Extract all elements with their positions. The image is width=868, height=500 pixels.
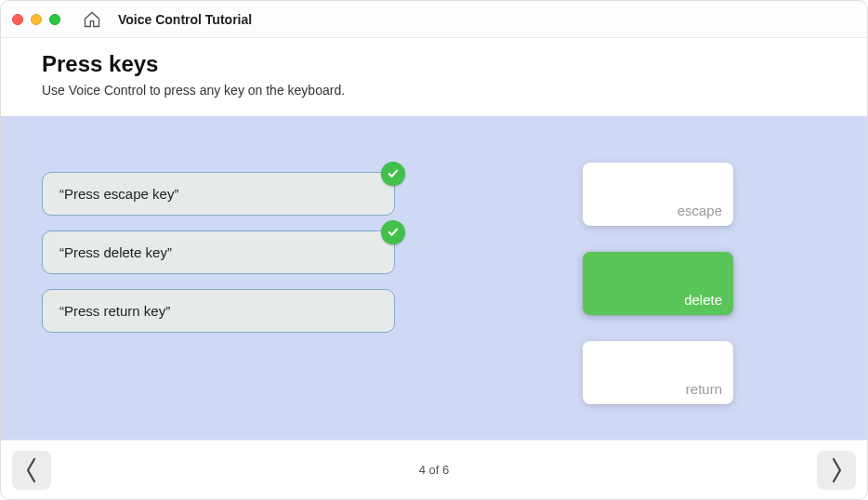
- check-icon: [381, 162, 405, 186]
- page-subtitle: Use Voice Control to press any key on th…: [42, 83, 826, 98]
- close-window-button[interactable]: [12, 14, 23, 25]
- fullscreen-window-button[interactable]: [49, 14, 60, 25]
- page-indicator: 4 of 6: [419, 463, 450, 477]
- keycap-return: return: [583, 341, 733, 404]
- page-title: Press keys: [42, 51, 826, 77]
- content-area: “Press escape key” “Press delete key” “P…: [1, 116, 867, 440]
- footer: 4 of 6: [1, 440, 867, 499]
- next-button[interactable]: [817, 451, 856, 490]
- window-title: Voice Control Tutorial: [118, 12, 252, 27]
- command-text: “Press escape key”: [59, 186, 178, 202]
- command-text: “Press return key”: [59, 303, 170, 319]
- keycap-label: delete: [684, 292, 722, 308]
- command-text: “Press delete key”: [59, 244, 172, 260]
- command-bubble: “Press return key”: [42, 289, 395, 333]
- home-icon[interactable]: [83, 10, 101, 29]
- command-bubble: “Press delete key”: [42, 230, 395, 274]
- command-bubble: “Press escape key”: [42, 172, 395, 216]
- chevron-left-icon: [24, 456, 39, 484]
- commands-column: “Press escape key” “Press delete key” “P…: [42, 172, 395, 412]
- keycap-label: return: [686, 381, 722, 397]
- header-section: Press keys Use Voice Control to press an…: [1, 38, 867, 116]
- chevron-right-icon: [829, 456, 844, 484]
- keys-column: escape delete return: [432, 163, 826, 412]
- window-controls: [12, 14, 60, 25]
- check-icon: [381, 220, 405, 244]
- previous-button[interactable]: [12, 451, 51, 490]
- keycap-escape: escape: [583, 163, 733, 226]
- titlebar: Voice Control Tutorial: [1, 1, 867, 38]
- keycap-delete: delete: [583, 252, 733, 315]
- keycap-label: escape: [677, 203, 722, 218]
- minimize-window-button[interactable]: [31, 14, 42, 25]
